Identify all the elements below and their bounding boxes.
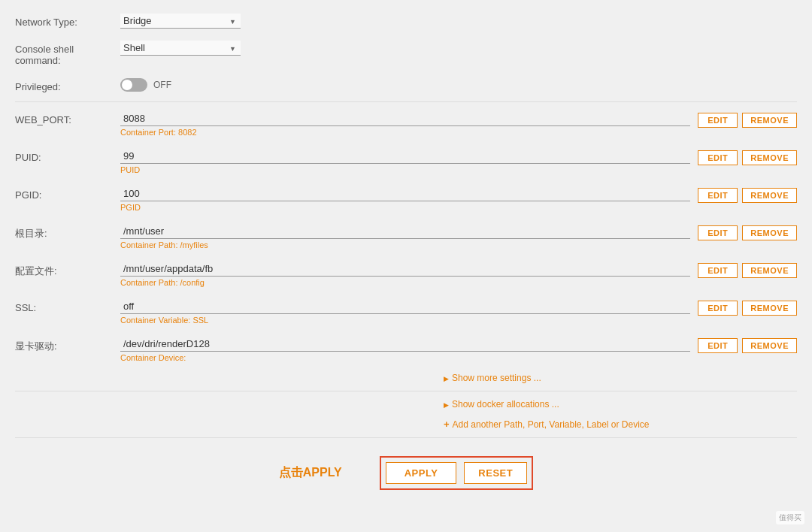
row-input-block-1: PUID — [120, 149, 690, 174]
row-remove-button-3[interactable]: REMOVE — [742, 225, 797, 240]
network-type-row: Network Type: Bridge Host None Custom — [15, 8, 797, 35]
row-input-block-0: Container Port: 8082 — [120, 111, 690, 137]
privileged-toggle-row: OFF — [120, 78, 171, 92]
row-edit-button-5[interactable]: EDIT — [698, 301, 738, 316]
row-input-block-6: Container Device: — [120, 337, 690, 362]
row-control-2: PGID EDIT REMOVE — [120, 186, 797, 212]
row-remove-button-6[interactable]: REMOVE — [742, 338, 797, 353]
divider-1 — [15, 101, 797, 102]
row-input-3[interactable] — [120, 224, 690, 239]
row-input-4[interactable] — [120, 261, 690, 277]
row-input-group-1: PUID EDIT REMOVE — [120, 149, 797, 174]
row-remove-button-0[interactable]: REMOVE — [742, 113, 797, 128]
row-edit-button-2[interactable]: EDIT — [698, 188, 738, 203]
show-more-chevron-icon — [444, 373, 449, 383]
row-btn-group-4: EDIT REMOVE — [698, 261, 797, 278]
row-sub-label-5: Container Variable: SSL — [120, 316, 690, 325]
divider-3 — [15, 437, 797, 438]
network-type-control: Bridge Host None Custom — [120, 14, 797, 29]
row-input-block-5: Container Variable: SSL — [120, 299, 690, 325]
row-control-1: PUID EDIT REMOVE — [120, 149, 797, 174]
show-docker-label: Show docker allocations ... — [452, 399, 559, 410]
data-row-3: 根目录: Container Path: /myfiles EDIT REMOV… — [15, 218, 797, 255]
row-input-group-0: Container Port: 8082 EDIT REMOVE — [120, 111, 797, 137]
row-remove-button-4[interactable]: REMOVE — [742, 263, 797, 278]
watermark: 值得买 — [776, 511, 804, 520]
row-sub-label-1: PUID — [120, 165, 690, 174]
data-row-0: WEB_PORT: Container Port: 8082 EDIT REMO… — [15, 105, 797, 143]
row-sub-label-2: PGID — [120, 203, 690, 212]
row-control-6: Container Device: EDIT REMOVE — [120, 337, 797, 362]
row-label-3: 根目录: — [15, 224, 120, 240]
row-btn-group-0: EDIT REMOVE — [698, 111, 797, 128]
row-btn-group-3: EDIT REMOVE — [698, 224, 797, 240]
row-label-6: 显卡驱动: — [15, 337, 120, 353]
privileged-row: Privileged: OFF — [15, 72, 797, 98]
privileged-control: OFF — [120, 78, 797, 92]
row-input-group-4: Container Path: /config EDIT REMOVE — [120, 261, 797, 287]
bottom-bar: 点击APPLY APPLY RESET — [15, 441, 797, 505]
reset-button[interactable]: RESET — [464, 462, 527, 484]
row-remove-button-2[interactable]: REMOVE — [742, 188, 797, 203]
row-edit-button-6[interactable]: EDIT — [698, 338, 738, 353]
add-another-link[interactable]: Add another Path, Port, Variable, Label … — [444, 414, 797, 434]
privileged-label: Privileged: — [15, 78, 120, 92]
show-docker-link[interactable]: Show docker allocations ... — [444, 394, 797, 414]
row-input-group-5: Container Variable: SSL EDIT REMOVE — [120, 299, 797, 325]
row-btn-group-5: EDIT REMOVE — [698, 299, 797, 316]
row-label-0: WEB_PORT: — [15, 111, 120, 125]
console-shell-label: Console shell command: — [15, 41, 120, 66]
show-docker-chevron-icon — [444, 399, 449, 410]
add-another-plus-icon — [444, 419, 450, 430]
row-control-0: Container Port: 8082 EDIT REMOVE — [120, 111, 797, 137]
row-sub-label-4: Container Path: /config — [120, 278, 690, 287]
apply-button[interactable]: APPLY — [386, 462, 457, 484]
data-row-1: PUID: PUID EDIT REMOVE — [15, 143, 797, 180]
data-rows-container: WEB_PORT: Container Port: 8082 EDIT REMO… — [15, 105, 797, 368]
row-edit-button-3[interactable]: EDIT — [698, 225, 738, 240]
click-hint-label: 点击APPLY — [279, 465, 342, 481]
row-btn-group-2: EDIT REMOVE — [698, 186, 797, 203]
row-input-block-3: Container Path: /myfiles — [120, 224, 690, 249]
console-shell-select[interactable]: Shell bash sh — [120, 41, 241, 56]
privileged-toggle-state: OFF — [153, 80, 171, 90]
row-control-3: Container Path: /myfiles EDIT REMOVE — [120, 224, 797, 249]
row-sub-label-3: Container Path: /myfiles — [120, 240, 690, 249]
row-sub-label-0: Container Port: 8082 — [120, 128, 690, 137]
row-input-block-4: Container Path: /config — [120, 261, 690, 287]
row-input-5[interactable] — [120, 299, 690, 314]
row-edit-button-1[interactable]: EDIT — [698, 150, 738, 165]
row-input-1[interactable] — [120, 149, 690, 164]
row-label-2: PGID: — [15, 186, 120, 201]
row-control-5: Container Variable: SSL EDIT REMOVE — [120, 299, 797, 325]
network-type-select-wrapper[interactable]: Bridge Host None Custom — [120, 14, 241, 29]
row-input-0[interactable] — [120, 111, 690, 126]
network-type-label: Network Type: — [15, 14, 120, 28]
add-another-label: Add another Path, Port, Variable, Label … — [453, 419, 650, 430]
console-shell-select-wrapper[interactable]: Shell bash sh — [120, 41, 241, 56]
row-btn-group-1: EDIT REMOVE — [698, 149, 797, 165]
show-more-settings-link[interactable]: Show more settings ... — [444, 368, 797, 388]
row-input-group-6: Container Device: EDIT REMOVE — [120, 337, 797, 362]
row-btn-group-6: EDIT REMOVE — [698, 337, 797, 353]
divider-2 — [15, 391, 797, 391]
row-input-block-2: PGID — [120, 186, 690, 212]
network-type-select[interactable]: Bridge Host None Custom — [120, 14, 241, 29]
row-remove-button-5[interactable]: REMOVE — [742, 301, 797, 316]
privileged-toggle[interactable] — [120, 78, 147, 92]
row-input-group-2: PGID EDIT REMOVE — [120, 186, 797, 212]
row-control-4: Container Path: /config EDIT REMOVE — [120, 261, 797, 287]
row-label-5: SSL: — [15, 299, 120, 313]
row-label-4: 配置文件: — [15, 261, 120, 278]
row-sub-label-6: Container Device: — [120, 353, 690, 362]
console-shell-control: Shell bash sh — [120, 41, 797, 56]
row-input-group-3: Container Path: /myfiles EDIT REMOVE — [120, 224, 797, 249]
row-label-1: PUID: — [15, 149, 120, 163]
data-row-2: PGID: PGID EDIT REMOVE — [15, 180, 797, 218]
row-input-6[interactable] — [120, 337, 690, 352]
row-input-2[interactable] — [120, 186, 690, 201]
row-edit-button-4[interactable]: EDIT — [698, 263, 738, 278]
row-edit-button-0[interactable]: EDIT — [698, 113, 738, 128]
data-row-5: SSL: Container Variable: SSL EDIT REMOVE — [15, 293, 797, 331]
row-remove-button-1[interactable]: REMOVE — [742, 150, 797, 165]
